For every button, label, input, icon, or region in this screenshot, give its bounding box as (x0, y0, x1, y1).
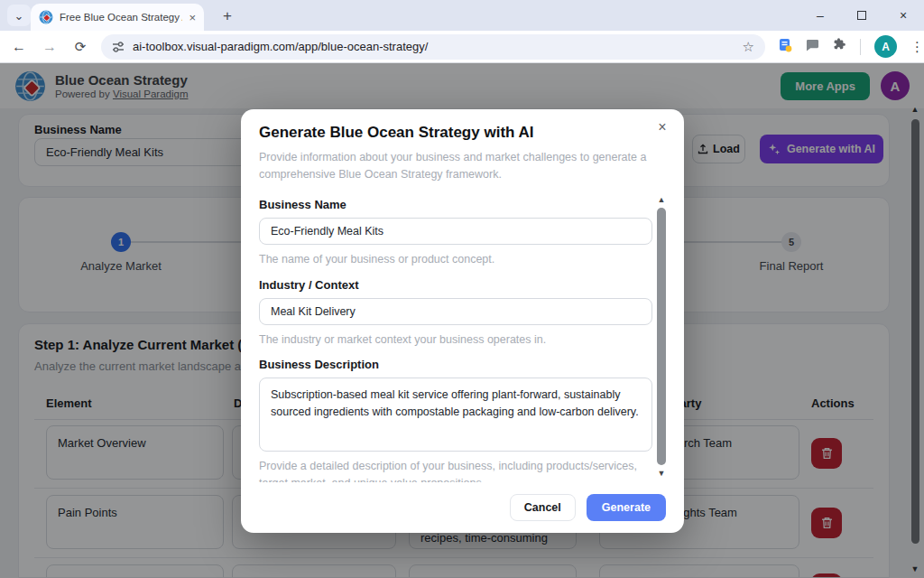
toolbar-divider (860, 39, 861, 55)
minimize-icon: – (817, 8, 824, 23)
field-description-label: Business Description (259, 358, 651, 371)
modal-title: Generate Blue Ocean Strategy with AI (259, 124, 666, 142)
field-industry-help: The industry or market context your busi… (259, 331, 651, 349)
extensions-puzzle-icon[interactable] (833, 38, 846, 55)
browser-addressbar: ← → ⟳ ai-toolbox.visual-paradigm.com/app… (0, 31, 924, 63)
url-bar[interactable]: ai-toolbox.visual-paradigm.com/app/blue-… (101, 34, 765, 60)
browser-menu-icon[interactable]: ⋮ (910, 39, 924, 55)
site-settings-icon[interactable] (112, 41, 125, 53)
modal-form: Business Name The name of your business … (241, 184, 684, 482)
modal-scroll-down-icon[interactable]: ▼ (654, 469, 669, 478)
window-controls: – × (799, 0, 924, 31)
close-icon: × (900, 8, 907, 23)
tab-search-button[interactable]: ⌄ (7, 5, 31, 26)
forward-icon[interactable]: → (38, 39, 61, 55)
tab-title: Free Blue Ocean Strategy AI Too (60, 12, 182, 23)
modal-scrollbar-thumb[interactable] (657, 208, 666, 465)
modal-header: Generate Blue Ocean Strategy with AI Pro… (241, 109, 684, 184)
modal-subtitle: Provide information about your business … (259, 149, 652, 184)
window-close-button[interactable]: × (882, 0, 924, 31)
site-favicon (39, 10, 53, 24)
browser-profile-avatar[interactable]: A (874, 35, 897, 58)
generate-ai-modal: × Generate Blue Ocean Strategy with AI P… (241, 109, 684, 533)
browser-tabbar: ⌄ Free Blue Ocean Strategy AI Too × + – … (0, 0, 924, 31)
maximize-icon (857, 11, 866, 20)
window-minimize-button[interactable]: – (799, 0, 841, 31)
caret-down-icon: ⌄ (14, 9, 24, 23)
back-icon[interactable]: ← (7, 39, 31, 55)
modal-close-icon[interactable]: × (652, 119, 672, 139)
generate-button[interactable]: Generate (587, 494, 666, 521)
drive-extension-icon[interactable] (779, 38, 792, 56)
browser-tab[interactable]: Free Blue Ocean Strategy AI Too × (31, 4, 204, 31)
field-business-name-input[interactable] (259, 218, 652, 245)
field-industry-label: Industry / Context (259, 278, 651, 292)
tab-close-icon[interactable]: × (189, 12, 196, 23)
extension-icons: A ⋮ (779, 35, 924, 58)
window-maximize-button[interactable] (841, 0, 882, 31)
cancel-button[interactable]: Cancel (510, 494, 576, 521)
new-tab-button[interactable]: + (217, 5, 238, 27)
field-business-name-help: The name of your business or product con… (259, 251, 651, 268)
url-text[interactable]: ai-toolbox.visual-paradigm.com/app/blue-… (133, 40, 743, 53)
bookmark-star-icon[interactable]: ☆ (743, 39, 754, 55)
field-description-help: Provide a detailed description of your b… (259, 458, 651, 482)
chat-extension-icon[interactable] (806, 39, 819, 55)
modal-scroll-up-icon[interactable]: ▲ (654, 195, 669, 204)
field-industry-input[interactable] (259, 298, 652, 325)
plus-icon: + (223, 7, 232, 25)
reload-icon[interactable]: ⟳ (69, 39, 92, 55)
modal-footer: Cancel Generate (241, 482, 684, 533)
field-description-textarea[interactable]: Subscription-based meal kit service offe… (259, 378, 652, 452)
field-business-name-label: Business Name (259, 198, 651, 211)
